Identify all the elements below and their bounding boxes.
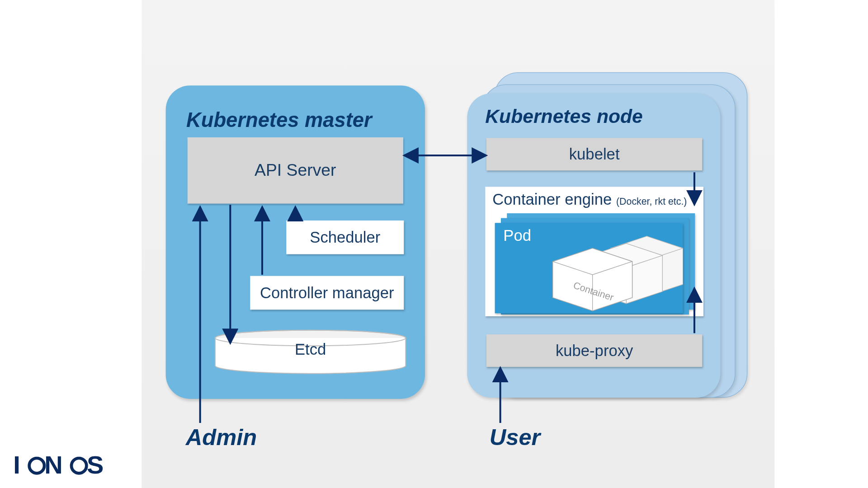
container-engine-text: Container engine <box>492 190 612 208</box>
container-cubes-svg: Container <box>495 223 683 313</box>
node-panel: Kubernetes node kubelet Container engine… <box>467 94 720 398</box>
container-engine-label: Container engine (Docker, rkt etc.) <box>492 190 687 209</box>
api-server-label: API Server <box>255 161 336 180</box>
scale-wrapper: Kubernetes master API Server Scheduler C… <box>0 0 868 488</box>
container-engine-panel: Container engine (Docker, rkt etc.) Pod <box>485 187 703 316</box>
diagram-canvas: Kubernetes master API Server Scheduler C… <box>0 0 868 488</box>
kube-proxy-box: kube-proxy <box>486 334 702 367</box>
scheduler-box: Scheduler <box>286 221 404 254</box>
scheduler-label: Scheduler <box>310 228 380 247</box>
kubelet-box: kubelet <box>486 138 702 170</box>
logo-o-icon <box>28 457 46 475</box>
pod-panel: Pod <box>495 223 683 313</box>
user-role-label: User <box>490 425 541 450</box>
node-title: Kubernetes node <box>485 105 642 127</box>
controller-manager-box: Controller manager <box>250 276 404 310</box>
etcd-cylinder: Etcd <box>214 329 407 369</box>
controller-manager-label: Controller manager <box>260 283 394 302</box>
ionos-logo: INS <box>13 450 112 479</box>
master-title: Kubernetes master <box>186 108 372 132</box>
etcd-label: Etcd <box>214 340 407 359</box>
container-engine-note: (Docker, rkt etc.) <box>616 197 687 207</box>
api-server-box: API Server <box>188 137 403 204</box>
kube-proxy-label: kube-proxy <box>556 341 633 360</box>
master-panel: Kubernetes master API Server Scheduler C… <box>166 85 425 399</box>
logo-o-icon <box>70 457 88 475</box>
kubelet-label: kubelet <box>569 145 620 164</box>
admin-role-label: Admin <box>186 425 257 450</box>
